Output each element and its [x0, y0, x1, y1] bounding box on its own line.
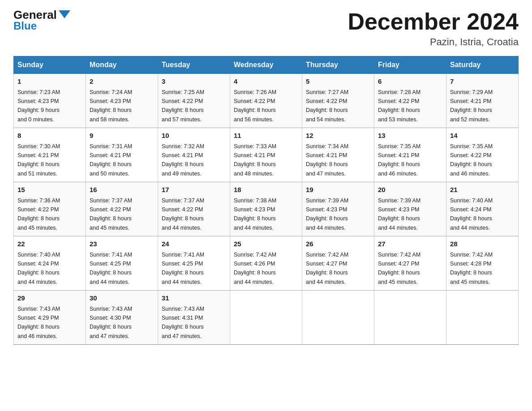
day-info: Sunrise: 7:34 AMSunset: 4:21 PMDaylight:…: [306, 143, 348, 177]
day-info: Sunrise: 7:41 AMSunset: 4:25 PMDaylight:…: [90, 252, 132, 285]
day-number: 15: [17, 185, 82, 195]
day-number: 24: [162, 239, 226, 249]
calendar-day-cell: 15 Sunrise: 7:36 AMSunset: 4:22 PMDaylig…: [14, 182, 86, 236]
day-info: Sunrise: 7:42 AMSunset: 4:27 PMDaylight:…: [306, 252, 348, 285]
day-info: Sunrise: 7:42 AMSunset: 4:28 PMDaylight:…: [450, 252, 493, 285]
header-tuesday: Tuesday: [158, 56, 230, 74]
location: Pazin, Istria, Croatia: [348, 36, 519, 48]
day-number: 17: [162, 185, 226, 195]
day-number: 26: [306, 239, 370, 249]
day-number: 3: [162, 77, 226, 87]
day-number: 16: [90, 185, 154, 195]
day-info: Sunrise: 7:24 AMSunset: 4:23 PMDaylight:…: [90, 89, 132, 123]
day-number: 20: [378, 185, 442, 195]
day-number: 18: [234, 185, 298, 195]
logo-general-text: General: [13, 9, 57, 21]
calendar-day-cell: [230, 291, 302, 345]
calendar-day-cell: 25 Sunrise: 7:42 AMSunset: 4:26 PMDaylig…: [230, 236, 302, 291]
day-number: 7: [450, 77, 515, 87]
day-info: Sunrise: 7:40 AMSunset: 4:24 PMDaylight:…: [450, 197, 493, 231]
day-info: Sunrise: 7:23 AMSunset: 4:23 PMDaylight:…: [17, 89, 60, 123]
day-number: 14: [450, 131, 515, 141]
day-info: Sunrise: 7:32 AMSunset: 4:21 PMDaylight:…: [162, 143, 204, 177]
day-info: Sunrise: 7:30 AMSunset: 4:21 PMDaylight:…: [17, 143, 60, 177]
calendar-day-cell: 16 Sunrise: 7:37 AMSunset: 4:22 PMDaylig…: [86, 182, 158, 236]
logo: General Blue: [13, 9, 70, 32]
weekday-header-row: Sunday Monday Tuesday Wednesday Thursday…: [14, 56, 519, 74]
day-info: Sunrise: 7:29 AMSunset: 4:21 PMDaylight:…: [450, 89, 493, 123]
day-info: Sunrise: 7:31 AMSunset: 4:21 PMDaylight:…: [90, 143, 132, 177]
calendar-day-cell: 9 Sunrise: 7:31 AMSunset: 4:21 PMDayligh…: [86, 128, 158, 182]
month-title: December 2024: [348, 9, 519, 34]
calendar-day-cell: [302, 291, 374, 345]
calendar-day-cell: 26 Sunrise: 7:42 AMSunset: 4:27 PMDaylig…: [302, 236, 374, 291]
day-number: 29: [17, 293, 82, 304]
day-info: Sunrise: 7:43 AMSunset: 4:31 PMDaylight:…: [162, 306, 204, 339]
day-number: 25: [234, 239, 298, 249]
calendar-day-cell: 19 Sunrise: 7:39 AMSunset: 4:23 PMDaylig…: [302, 182, 374, 236]
day-info: Sunrise: 7:40 AMSunset: 4:24 PMDaylight:…: [17, 252, 60, 285]
day-info: Sunrise: 7:43 AMSunset: 4:29 PMDaylight:…: [17, 306, 60, 339]
day-info: Sunrise: 7:36 AMSunset: 4:22 PMDaylight:…: [17, 197, 60, 231]
day-info: Sunrise: 7:43 AMSunset: 4:30 PMDaylight:…: [90, 306, 132, 339]
calendar-table: Sunday Monday Tuesday Wednesday Thursday…: [13, 56, 519, 345]
calendar-day-cell: 28 Sunrise: 7:42 AMSunset: 4:28 PMDaylig…: [446, 236, 519, 291]
calendar-day-cell: 4 Sunrise: 7:26 AMSunset: 4:22 PMDayligh…: [230, 74, 302, 128]
day-number: 30: [90, 293, 154, 304]
day-info: Sunrise: 7:42 AMSunset: 4:26 PMDaylight:…: [234, 252, 276, 285]
day-number: 10: [162, 131, 226, 141]
header-saturday: Saturday: [446, 56, 519, 74]
day-number: 31: [162, 293, 226, 304]
calendar-day-cell: [374, 291, 446, 345]
day-number: 9: [90, 131, 154, 141]
day-info: Sunrise: 7:35 AMSunset: 4:22 PMDaylight:…: [450, 143, 493, 177]
day-number: 4: [234, 77, 298, 87]
calendar-day-cell: 12 Sunrise: 7:34 AMSunset: 4:21 PMDaylig…: [302, 128, 374, 182]
day-number: 8: [17, 131, 82, 141]
day-info: Sunrise: 7:28 AMSunset: 4:22 PMDaylight:…: [378, 89, 420, 123]
day-info: Sunrise: 7:25 AMSunset: 4:22 PMDaylight:…: [162, 89, 204, 123]
calendar-day-cell: 23 Sunrise: 7:41 AMSunset: 4:25 PMDaylig…: [86, 236, 158, 291]
day-number: 2: [90, 77, 154, 87]
calendar-day-cell: [446, 291, 519, 345]
calendar-day-cell: 18 Sunrise: 7:38 AMSunset: 4:23 PMDaylig…: [230, 182, 302, 236]
header-thursday: Thursday: [302, 56, 374, 74]
logo-blue-text: Blue: [13, 20, 37, 32]
day-number: 21: [450, 185, 515, 195]
header-monday: Monday: [86, 56, 158, 74]
calendar-day-cell: 2 Sunrise: 7:24 AMSunset: 4:23 PMDayligh…: [86, 74, 158, 128]
calendar-day-cell: 1 Sunrise: 7:23 AMSunset: 4:23 PMDayligh…: [14, 74, 86, 128]
calendar-day-cell: 22 Sunrise: 7:40 AMSunset: 4:24 PMDaylig…: [14, 236, 86, 291]
header-wednesday: Wednesday: [230, 56, 302, 74]
calendar-week-row: 22 Sunrise: 7:40 AMSunset: 4:24 PMDaylig…: [14, 236, 519, 291]
calendar-day-cell: 14 Sunrise: 7:35 AMSunset: 4:22 PMDaylig…: [446, 128, 519, 182]
day-number: 6: [378, 77, 442, 87]
day-number: 1: [17, 77, 82, 87]
day-number: 12: [306, 131, 370, 141]
calendar-day-cell: 8 Sunrise: 7:30 AMSunset: 4:21 PMDayligh…: [14, 128, 86, 182]
calendar-week-row: 29 Sunrise: 7:43 AMSunset: 4:29 PMDaylig…: [14, 291, 519, 345]
day-info: Sunrise: 7:37 AMSunset: 4:22 PMDaylight:…: [162, 197, 204, 231]
day-info: Sunrise: 7:33 AMSunset: 4:21 PMDaylight:…: [234, 143, 276, 177]
day-number: 28: [450, 239, 515, 249]
calendar-week-row: 15 Sunrise: 7:36 AMSunset: 4:22 PMDaylig…: [14, 182, 519, 236]
logo-general: General: [13, 9, 70, 21]
day-number: 22: [17, 239, 82, 249]
day-number: 11: [234, 131, 298, 141]
calendar-day-cell: 11 Sunrise: 7:33 AMSunset: 4:21 PMDaylig…: [230, 128, 302, 182]
calendar-week-row: 1 Sunrise: 7:23 AMSunset: 4:23 PMDayligh…: [14, 74, 519, 128]
calendar-day-cell: 6 Sunrise: 7:28 AMSunset: 4:22 PMDayligh…: [374, 74, 446, 128]
day-info: Sunrise: 7:35 AMSunset: 4:21 PMDaylight:…: [378, 143, 420, 177]
calendar-day-cell: 10 Sunrise: 7:32 AMSunset: 4:21 PMDaylig…: [158, 128, 230, 182]
calendar-day-cell: 20 Sunrise: 7:39 AMSunset: 4:23 PMDaylig…: [374, 182, 446, 236]
calendar-day-cell: 31 Sunrise: 7:43 AMSunset: 4:31 PMDaylig…: [158, 291, 230, 345]
day-number: 5: [306, 77, 370, 87]
day-number: 27: [378, 239, 442, 249]
day-info: Sunrise: 7:26 AMSunset: 4:22 PMDaylight:…: [234, 89, 276, 123]
header-friday: Friday: [374, 56, 446, 74]
day-info: Sunrise: 7:39 AMSunset: 4:23 PMDaylight:…: [306, 197, 348, 231]
calendar-day-cell: 27 Sunrise: 7:42 AMSunset: 4:27 PMDaylig…: [374, 236, 446, 291]
calendar-day-cell: 29 Sunrise: 7:43 AMSunset: 4:29 PMDaylig…: [14, 291, 86, 345]
day-info: Sunrise: 7:38 AMSunset: 4:23 PMDaylight:…: [234, 197, 276, 231]
header-sunday: Sunday: [14, 56, 86, 74]
